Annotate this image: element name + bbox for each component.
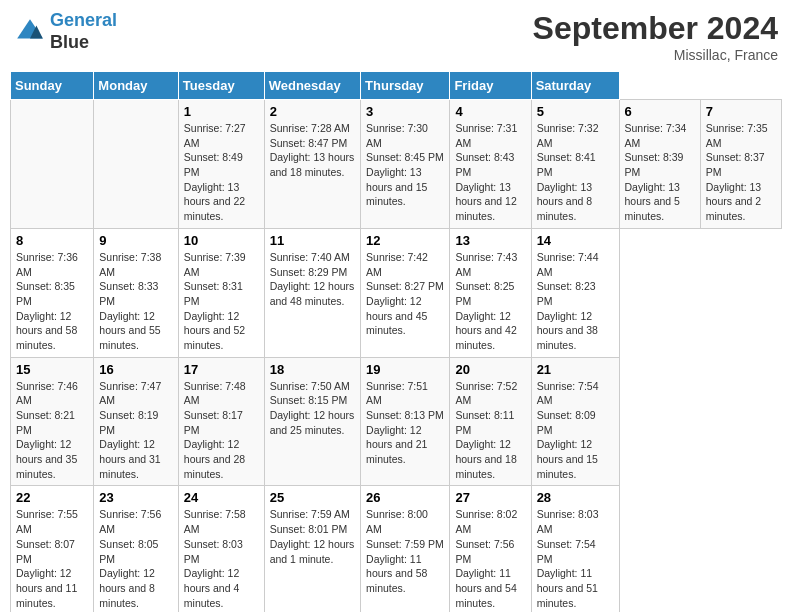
day-info: Sunrise: 7:51 AMSunset: 8:13 PMDaylight:… bbox=[366, 379, 444, 467]
day-info: Sunrise: 7:50 AMSunset: 8:15 PMDaylight:… bbox=[270, 379, 355, 438]
calendar-cell: 13Sunrise: 7:43 AMSunset: 8:25 PMDayligh… bbox=[450, 228, 531, 357]
day-number: 23 bbox=[99, 490, 172, 505]
sunset-text: Sunset: 8:07 PM bbox=[16, 538, 75, 565]
day-number: 18 bbox=[270, 362, 355, 377]
calendar-cell: 21Sunrise: 7:54 AMSunset: 8:09 PMDayligh… bbox=[531, 357, 619, 486]
sunset-text: Sunset: 8:29 PM bbox=[270, 266, 348, 278]
calendar-cell: 19Sunrise: 7:51 AMSunset: 8:13 PMDayligh… bbox=[361, 357, 450, 486]
calendar-cell: 11Sunrise: 7:40 AMSunset: 8:29 PMDayligh… bbox=[264, 228, 360, 357]
sunset-text: Sunset: 8:09 PM bbox=[537, 409, 596, 436]
day-number: 24 bbox=[184, 490, 259, 505]
daylight-text: Daylight: 12 hours and 25 minutes. bbox=[270, 409, 355, 436]
daylight-text: Daylight: 12 hours and 21 minutes. bbox=[366, 424, 427, 465]
sunset-text: Sunset: 8:03 PM bbox=[184, 538, 243, 565]
day-number: 12 bbox=[366, 233, 444, 248]
sunset-text: Sunset: 8:13 PM bbox=[366, 409, 444, 421]
day-number: 8 bbox=[16, 233, 88, 248]
day-number: 11 bbox=[270, 233, 355, 248]
calendar-cell: 18Sunrise: 7:50 AMSunset: 8:15 PMDayligh… bbox=[264, 357, 360, 486]
sunset-text: Sunset: 8:01 PM bbox=[270, 523, 348, 535]
day-info: Sunrise: 7:36 AMSunset: 8:35 PMDaylight:… bbox=[16, 250, 88, 353]
weekday-header-thursday: Thursday bbox=[361, 72, 450, 100]
logo-blue: Blue bbox=[50, 32, 117, 54]
sunset-text: Sunset: 7:56 PM bbox=[455, 538, 514, 565]
sunrise-text: Sunrise: 7:43 AM bbox=[455, 251, 517, 278]
daylight-text: Daylight: 12 hours and 18 minutes. bbox=[455, 438, 516, 479]
day-info: Sunrise: 7:56 AMSunset: 8:05 PMDaylight:… bbox=[99, 507, 172, 610]
calendar-cell: 27Sunrise: 8:02 AMSunset: 7:56 PMDayligh… bbox=[450, 486, 531, 612]
sunset-text: Sunset: 8:25 PM bbox=[455, 280, 514, 307]
day-number: 28 bbox=[537, 490, 614, 505]
day-info: Sunrise: 7:54 AMSunset: 8:09 PMDaylight:… bbox=[537, 379, 614, 482]
sunrise-text: Sunrise: 7:27 AM bbox=[184, 122, 246, 149]
sunrise-text: Sunrise: 7:54 AM bbox=[537, 380, 599, 407]
day-info: Sunrise: 7:28 AMSunset: 8:47 PMDaylight:… bbox=[270, 121, 355, 180]
daylight-text: Daylight: 13 hours and 15 minutes. bbox=[366, 166, 427, 207]
day-info: Sunrise: 7:32 AMSunset: 8:41 PMDaylight:… bbox=[537, 121, 614, 224]
sunrise-text: Sunrise: 7:32 AM bbox=[537, 122, 599, 149]
daylight-text: Daylight: 12 hours and 38 minutes. bbox=[537, 310, 598, 351]
calendar-table: SundayMondayTuesdayWednesdayThursdayFrid… bbox=[10, 71, 782, 612]
calendar-week-row: 22Sunrise: 7:55 AMSunset: 8:07 PMDayligh… bbox=[11, 486, 782, 612]
sunset-text: Sunset: 8:45 PM bbox=[366, 151, 444, 163]
day-info: Sunrise: 7:47 AMSunset: 8:19 PMDaylight:… bbox=[99, 379, 172, 482]
calendar-cell: 7Sunrise: 7:35 AMSunset: 8:37 PMDaylight… bbox=[700, 100, 781, 229]
sunrise-text: Sunrise: 7:58 AM bbox=[184, 508, 246, 535]
day-number: 7 bbox=[706, 104, 776, 119]
sunrise-text: Sunrise: 7:47 AM bbox=[99, 380, 161, 407]
day-number: 27 bbox=[455, 490, 525, 505]
logo-icon bbox=[14, 16, 46, 48]
day-info: Sunrise: 7:27 AMSunset: 8:49 PMDaylight:… bbox=[184, 121, 259, 224]
calendar-cell: 6Sunrise: 7:34 AMSunset: 8:39 PMDaylight… bbox=[619, 100, 700, 229]
sunset-text: Sunset: 8:11 PM bbox=[455, 409, 514, 436]
sunrise-text: Sunrise: 7:38 AM bbox=[99, 251, 161, 278]
month-title: September 2024 bbox=[533, 10, 778, 47]
daylight-text: Daylight: 12 hours and 11 minutes. bbox=[16, 567, 77, 608]
calendar-cell: 25Sunrise: 7:59 AMSunset: 8:01 PMDayligh… bbox=[264, 486, 360, 612]
daylight-text: Daylight: 12 hours and 1 minute. bbox=[270, 538, 355, 565]
day-number: 13 bbox=[455, 233, 525, 248]
daylight-text: Daylight: 12 hours and 42 minutes. bbox=[455, 310, 516, 351]
sunrise-text: Sunrise: 7:42 AM bbox=[366, 251, 428, 278]
day-number: 25 bbox=[270, 490, 355, 505]
sunset-text: Sunset: 8:27 PM bbox=[366, 280, 444, 292]
daylight-text: Daylight: 11 hours and 54 minutes. bbox=[455, 567, 516, 608]
day-number: 16 bbox=[99, 362, 172, 377]
day-info: Sunrise: 7:40 AMSunset: 8:29 PMDaylight:… bbox=[270, 250, 355, 309]
sunset-text: Sunset: 8:05 PM bbox=[99, 538, 158, 565]
calendar-cell: 10Sunrise: 7:39 AMSunset: 8:31 PMDayligh… bbox=[178, 228, 264, 357]
daylight-text: Daylight: 12 hours and 48 minutes. bbox=[270, 280, 355, 307]
calendar-cell: 28Sunrise: 8:03 AMSunset: 7:54 PMDayligh… bbox=[531, 486, 619, 612]
daylight-text: Daylight: 13 hours and 5 minutes. bbox=[625, 181, 680, 222]
calendar-cell: 12Sunrise: 7:42 AMSunset: 8:27 PMDayligh… bbox=[361, 228, 450, 357]
day-info: Sunrise: 8:00 AMSunset: 7:59 PMDaylight:… bbox=[366, 507, 444, 595]
daylight-text: Daylight: 12 hours and 45 minutes. bbox=[366, 295, 427, 336]
day-info: Sunrise: 7:59 AMSunset: 8:01 PMDaylight:… bbox=[270, 507, 355, 566]
day-number: 9 bbox=[99, 233, 172, 248]
calendar-cell: 4Sunrise: 7:31 AMSunset: 8:43 PMDaylight… bbox=[450, 100, 531, 229]
day-number: 10 bbox=[184, 233, 259, 248]
calendar-cell: 23Sunrise: 7:56 AMSunset: 8:05 PMDayligh… bbox=[94, 486, 178, 612]
daylight-text: Daylight: 12 hours and 8 minutes. bbox=[99, 567, 154, 608]
logo-general: General bbox=[50, 10, 117, 30]
day-info: Sunrise: 7:31 AMSunset: 8:43 PMDaylight:… bbox=[455, 121, 525, 224]
sunset-text: Sunset: 8:21 PM bbox=[16, 409, 75, 436]
calendar-cell: 8Sunrise: 7:36 AMSunset: 8:35 PMDaylight… bbox=[11, 228, 94, 357]
daylight-text: Daylight: 13 hours and 8 minutes. bbox=[537, 181, 592, 222]
daylight-text: Daylight: 12 hours and 4 minutes. bbox=[184, 567, 239, 608]
calendar-cell: 5Sunrise: 7:32 AMSunset: 8:41 PMDaylight… bbox=[531, 100, 619, 229]
calendar-cell: 1Sunrise: 7:27 AMSunset: 8:49 PMDaylight… bbox=[178, 100, 264, 229]
location-subtitle: Missillac, France bbox=[533, 47, 778, 63]
sunrise-text: Sunrise: 7:52 AM bbox=[455, 380, 517, 407]
sunrise-text: Sunrise: 7:39 AM bbox=[184, 251, 246, 278]
calendar-cell: 24Sunrise: 7:58 AMSunset: 8:03 PMDayligh… bbox=[178, 486, 264, 612]
day-info: Sunrise: 7:42 AMSunset: 8:27 PMDaylight:… bbox=[366, 250, 444, 338]
daylight-text: Daylight: 12 hours and 58 minutes. bbox=[16, 310, 77, 351]
day-info: Sunrise: 8:03 AMSunset: 7:54 PMDaylight:… bbox=[537, 507, 614, 610]
daylight-text: Daylight: 12 hours and 15 minutes. bbox=[537, 438, 598, 479]
logo: General Blue bbox=[14, 10, 117, 53]
sunrise-text: Sunrise: 7:48 AM bbox=[184, 380, 246, 407]
day-info: Sunrise: 7:44 AMSunset: 8:23 PMDaylight:… bbox=[537, 250, 614, 353]
day-info: Sunrise: 7:52 AMSunset: 8:11 PMDaylight:… bbox=[455, 379, 525, 482]
sunset-text: Sunset: 8:17 PM bbox=[184, 409, 243, 436]
